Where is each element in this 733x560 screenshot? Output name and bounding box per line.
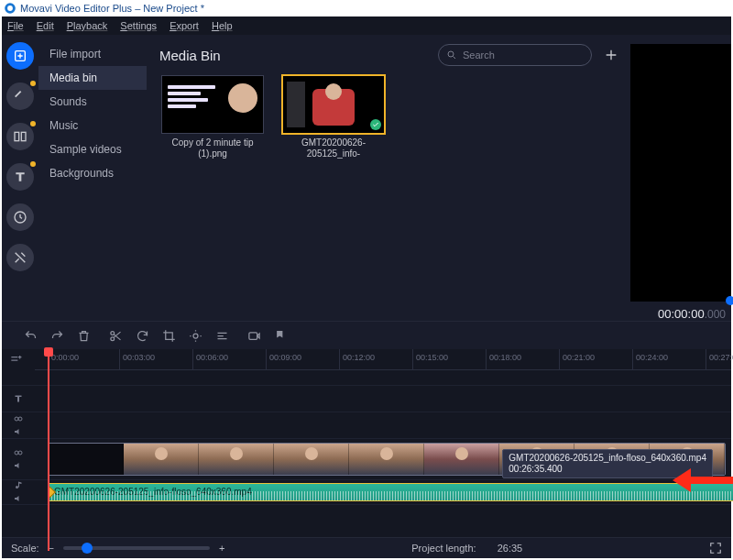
svg-rect-3 xyxy=(15,132,19,140)
marker-button[interactable] xyxy=(274,329,288,343)
transitions-tab-button[interactable] xyxy=(6,123,34,150)
media-item[interactable]: GMT20200626-205125_info- xyxy=(280,75,387,161)
media-thumbnail xyxy=(282,75,385,134)
sidebar-item-music[interactable]: Music xyxy=(38,114,147,137)
transitions-icon xyxy=(13,129,27,144)
filters-tab-button[interactable] xyxy=(6,82,34,110)
text-icon xyxy=(13,393,24,404)
tools-icon xyxy=(13,250,27,265)
preview-panel: 00:00:00.000 xyxy=(630,35,731,321)
media-bin-title: Media Bin xyxy=(159,48,429,63)
svg-point-1 xyxy=(7,5,13,11)
time-effects-tab-button[interactable] xyxy=(6,203,34,231)
titles-tab-button[interactable] xyxy=(6,163,34,191)
media-caption: GMT20200626-205125_info- xyxy=(283,137,384,161)
preview-timecode: 00:00:00.000 xyxy=(630,307,731,321)
color-adjust-button[interactable] xyxy=(189,329,202,343)
track-spacer xyxy=(35,370,731,386)
svg-point-13 xyxy=(18,417,22,421)
media-bin-panel: Media Bin Search Copy of 2 minute tip (1… xyxy=(147,35,630,321)
search-icon xyxy=(446,49,457,60)
titles-track-head[interactable] xyxy=(2,386,35,412)
svg-point-6 xyxy=(448,51,454,57)
ruler-tick: 00:27:00 xyxy=(706,349,733,369)
search-placeholder: Search xyxy=(463,49,495,60)
sidebar-item-media-bin[interactable]: Media bin xyxy=(38,66,147,90)
sidebar-item-sounds[interactable]: Sounds xyxy=(38,90,147,114)
ruler-tick: 00:12:00 xyxy=(339,349,375,369)
sidebar-item-file-import[interactable]: File import xyxy=(38,42,147,66)
ruler-tick: 00:06:00 xyxy=(192,349,228,369)
import-sidebar: File import Media bin Sounds Music Sampl… xyxy=(38,35,147,321)
tool-icon-strip xyxy=(2,35,38,321)
plus-icon xyxy=(13,49,27,63)
video-track-head[interactable] xyxy=(2,439,35,480)
overlay-track-head[interactable] xyxy=(2,412,35,439)
redo-button[interactable] xyxy=(50,329,64,343)
overlay-track[interactable] xyxy=(35,412,731,439)
wand-icon xyxy=(13,89,27,104)
svg-rect-4 xyxy=(21,132,26,140)
menu-settings[interactable]: Settings xyxy=(120,20,157,31)
clock-icon xyxy=(13,210,27,225)
notification-dot-icon xyxy=(30,121,36,126)
add-track-button[interactable] xyxy=(2,351,29,368)
menu-file[interactable]: File xyxy=(7,20,24,31)
split-button[interactable] xyxy=(109,329,123,343)
annotation-arrow-icon xyxy=(689,477,733,484)
scale-slider-knob[interactable] xyxy=(82,543,93,554)
delete-button[interactable] xyxy=(77,329,91,343)
notification-dot-icon xyxy=(30,81,36,86)
link-icon xyxy=(13,447,24,458)
window-title: Movavi Video Editor Plus – New Project * xyxy=(20,0,204,16)
import-tab-button[interactable] xyxy=(6,42,34,70)
undo-button[interactable] xyxy=(24,329,38,343)
playhead[interactable] xyxy=(48,349,49,551)
ruler-tick: 00:09:00 xyxy=(266,349,301,369)
ruler-tick: 00:03:00 xyxy=(119,349,155,369)
svg-point-15 xyxy=(18,451,22,455)
ruler-tick: 00:21:00 xyxy=(559,349,595,369)
audio-track-head[interactable] xyxy=(2,480,35,505)
waveform-icon xyxy=(49,491,733,500)
preview-resize-handle[interactable] xyxy=(726,296,733,305)
window-titlebar: Movavi Video Editor Plus – New Project * xyxy=(0,0,733,16)
menu-export[interactable]: Export xyxy=(170,20,199,31)
media-caption: Copy of 2 minute tip (1).png xyxy=(162,137,263,161)
menu-playback[interactable]: Playback xyxy=(67,20,108,31)
scale-plus-button[interactable]: + xyxy=(219,543,224,554)
media-thumbnail xyxy=(161,75,264,134)
scale-slider[interactable] xyxy=(63,546,210,550)
notification-dot-icon xyxy=(30,161,36,167)
sound-icon xyxy=(13,493,24,504)
add-media-button[interactable] xyxy=(601,45,621,65)
search-input[interactable]: Search xyxy=(438,44,592,66)
sidebar-item-backgrounds[interactable]: Backgrounds xyxy=(38,161,147,185)
sound-icon xyxy=(13,426,24,437)
menu-help[interactable]: Help xyxy=(212,20,233,31)
ruler-tick: 00:15:00 xyxy=(412,349,448,369)
audio-track[interactable]: GMT20200626-205125_info-floso_640x360.mp… xyxy=(35,480,731,505)
used-check-icon xyxy=(370,119,381,130)
menu-edit[interactable]: Edit xyxy=(37,20,54,31)
crop-button[interactable] xyxy=(162,329,176,343)
more-tools-tab-button[interactable] xyxy=(6,244,34,271)
svg-point-10 xyxy=(193,334,198,338)
audio-clip[interactable]: GMT20200626-205125_info-floso_640x360.mp… xyxy=(48,483,733,501)
project-length-label: Project length: xyxy=(411,543,476,554)
media-item[interactable]: Copy of 2 minute tip (1).png xyxy=(159,75,266,161)
ruler-tick: 00:24:00 xyxy=(632,349,668,369)
preview-canvas[interactable] xyxy=(630,44,731,302)
sound-icon xyxy=(13,460,24,471)
titles-track[interactable] xyxy=(35,386,731,412)
fit-button[interactable] xyxy=(709,542,722,555)
timeline-toolbar xyxy=(2,321,731,349)
sidebar-item-sample-videos[interactable]: Sample videos xyxy=(38,137,147,161)
clip-properties-button[interactable] xyxy=(215,329,229,343)
record-button[interactable] xyxy=(247,329,261,343)
timeline-ruler[interactable]: 0:00:00 00:03:00 00:06:00 00:09:00 00:12… xyxy=(35,349,731,370)
project-length-value: 26:35 xyxy=(498,543,523,554)
status-bar: Scale: − + Project length: 26:35 xyxy=(2,537,731,558)
plus-icon xyxy=(604,48,618,62)
rotate-button[interactable] xyxy=(136,329,149,343)
